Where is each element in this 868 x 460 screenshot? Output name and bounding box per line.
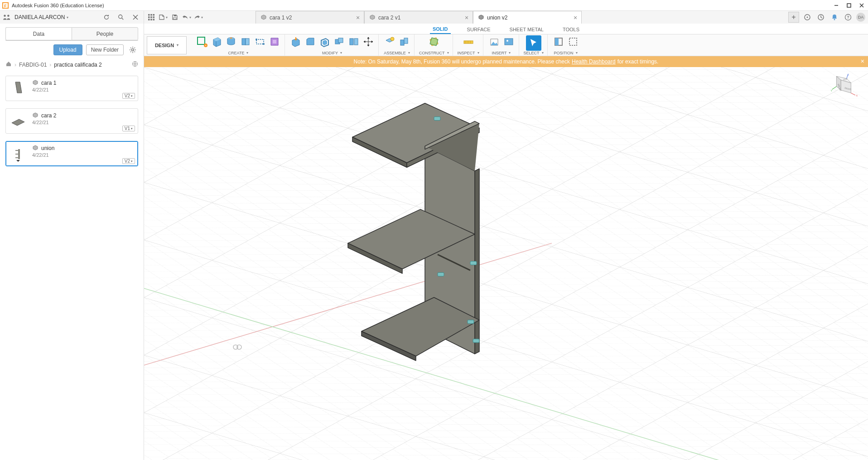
group-label-assemble[interactable]: ASSEMBLE	[384, 51, 410, 56]
doc-tab-cara1[interactable]: cara 1 v2 ×	[256, 11, 364, 24]
close-panel-icon[interactable]	[130, 12, 141, 23]
breadcrumb: › FABDIG-01 › practica calificada 2	[0, 59, 144, 73]
window-title: Autodesk Fusion 360 (Education License)	[12, 3, 104, 8]
svg-rect-64	[505, 39, 513, 45]
doc-tab-cara2[interactable]: cara 2 v1 ×	[364, 11, 473, 24]
group-label-select[interactable]: SELECT	[524, 51, 544, 56]
select-cursor-icon[interactable]	[526, 35, 541, 51]
loft-icon[interactable]	[268, 35, 281, 48]
breadcrumb-level2: practica calificada 2	[54, 62, 101, 68]
svg-marker-32	[12, 119, 24, 126]
version-dropdown[interactable]: V2▾	[122, 93, 135, 99]
svg-point-6	[4, 15, 6, 17]
svg-rect-89	[473, 339, 479, 343]
item-date: 4/22/21	[32, 87, 56, 92]
split-icon[interactable]	[347, 35, 360, 48]
ribbon-toolbar: DESIGN + CREATE	[144, 34, 868, 56]
svg-point-65	[506, 40, 508, 42]
revolve-icon[interactable]	[239, 35, 252, 48]
component-icon	[32, 80, 39, 86]
move-icon[interactable]	[362, 35, 375, 48]
group-label-create[interactable]: CREATE	[228, 51, 249, 56]
svg-rect-20	[153, 19, 155, 21]
position-ground-icon[interactable]	[552, 35, 565, 48]
design-item-union[interactable]: union 4/22/21 V2▾	[5, 141, 138, 166]
undo-icon[interactable]	[181, 12, 192, 23]
file-menu-icon[interactable]	[158, 12, 169, 23]
fillet-icon[interactable]	[304, 35, 317, 48]
data-panel: Data People Upload New Folder › FABDIG-0…	[0, 24, 144, 460]
help-icon[interactable]: ?	[843, 12, 854, 23]
version-dropdown[interactable]: V1▾	[122, 126, 135, 131]
notice-link[interactable]: Health Dashboard	[572, 58, 616, 65]
profile-avatar[interactable]: DA	[856, 13, 865, 22]
close-banner-icon[interactable]: ×	[861, 58, 864, 65]
window-close-button[interactable]	[855, 0, 868, 11]
construct-plane-icon[interactable]	[428, 35, 440, 48]
position-capture-icon[interactable]	[567, 35, 579, 48]
group-label-modify[interactable]: MODIFY	[322, 51, 342, 56]
doc-tab-union[interactable]: union v2 ×	[473, 11, 582, 24]
sweep-icon[interactable]	[254, 35, 266, 48]
new-folder-button[interactable]: New Folder	[86, 44, 124, 55]
insert-canvas-icon[interactable]	[502, 35, 515, 48]
home-icon[interactable]	[5, 61, 12, 68]
box-icon[interactable]	[210, 35, 223, 48]
assemble-joint-icon[interactable]	[383, 35, 396, 48]
window-maximize-button[interactable]	[843, 0, 855, 11]
close-tab-icon[interactable]: ×	[572, 15, 579, 21]
viewcube[interactable]: TOP FRONT RIGHT X Y Z	[830, 73, 859, 102]
design-item-cara2[interactable]: cara 2 4/22/21 V1▾	[5, 108, 138, 134]
workspace-dropdown[interactable]: DESIGN	[147, 36, 187, 54]
svg-rect-44	[256, 39, 264, 44]
refresh-icon[interactable]	[101, 12, 112, 23]
new-tab-button[interactable]: +	[788, 12, 799, 23]
svg-text:F: F	[4, 3, 7, 8]
svg-rect-55	[354, 39, 358, 45]
redo-icon[interactable]	[193, 12, 204, 23]
inspect-measure-icon[interactable]	[462, 35, 475, 48]
svg-rect-54	[350, 39, 353, 45]
sketch-icon[interactable]: +	[196, 35, 208, 48]
settings-gear-icon[interactable]	[127, 44, 138, 55]
group-label-position[interactable]: POSITION	[554, 51, 578, 56]
data-panel-grid-icon[interactable]	[146, 12, 157, 23]
notifications-icon[interactable]	[829, 12, 840, 23]
sub-tab-sheetmetal[interactable]: SHEET METAL	[507, 25, 546, 34]
sub-tab-surface[interactable]: SURFACE	[464, 25, 493, 34]
close-tab-icon[interactable]: ×	[355, 15, 361, 21]
user-dropdown[interactable]: DANIELA ALARCON▾	[14, 14, 68, 20]
combine-icon[interactable]	[333, 35, 346, 48]
group-label-construct[interactable]: CONSTRUCT	[419, 51, 449, 56]
svg-rect-13	[150, 14, 152, 16]
data-tab[interactable]: Data	[5, 27, 72, 40]
svg-point-29	[132, 49, 134, 51]
people-tab[interactable]: People	[72, 27, 138, 40]
close-tab-icon[interactable]: ×	[463, 15, 470, 21]
svg-line-9	[122, 18, 124, 20]
sub-tab-solid[interactable]: SOLID	[430, 24, 451, 34]
team-icon[interactable]	[3, 13, 11, 21]
component-icon	[260, 15, 267, 21]
assemble-rigid-icon[interactable]	[398, 35, 410, 48]
search-icon[interactable]	[116, 12, 126, 23]
svg-rect-19	[150, 19, 152, 21]
sub-tab-tools[interactable]: TOOLS	[560, 25, 582, 34]
job-status-icon[interactable]	[815, 12, 826, 23]
web-link-icon[interactable]	[132, 61, 138, 68]
shell-icon[interactable]	[318, 35, 331, 48]
extensions-icon[interactable]	[802, 12, 813, 23]
design-item-cara1[interactable]: cara 1 4/22/21 V2▾	[5, 76, 138, 101]
model-viewport[interactable]	[144, 67, 868, 460]
breadcrumb-level1[interactable]: FABDIG-01	[19, 62, 47, 68]
insert-decal-icon[interactable]	[488, 35, 501, 48]
extrude-icon[interactable]	[225, 35, 237, 48]
save-icon[interactable]	[169, 12, 180, 23]
upload-button[interactable]: Upload	[53, 44, 82, 55]
group-label-inspect[interactable]: INSPECT	[458, 51, 479, 56]
presspull-icon[interactable]	[289, 35, 302, 48]
group-label-insert[interactable]: INSERT	[492, 51, 511, 56]
window-minimize-button[interactable]	[830, 0, 843, 11]
version-dropdown[interactable]: V2▾	[122, 158, 135, 164]
quick-access-toolbar	[144, 11, 206, 24]
